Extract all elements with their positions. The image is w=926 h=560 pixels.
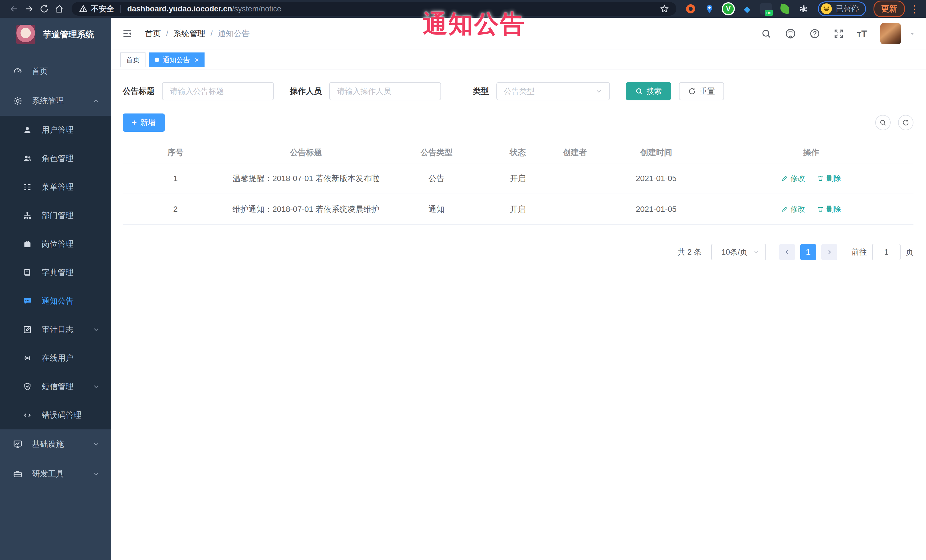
- operator-filter-label: 操作人员: [290, 86, 322, 97]
- extension-gem-icon[interactable]: ◆: [741, 3, 753, 15]
- sidebar-item-home[interactable]: 首页: [0, 56, 111, 86]
- system-submenu: 用户管理 角色管理 菜单管理: [0, 116, 111, 429]
- reload-icon[interactable]: [37, 1, 52, 17]
- sidebar-item-system[interactable]: 系统管理: [0, 86, 111, 116]
- search-icon: [635, 87, 643, 95]
- font-size-icon[interactable]: TT: [857, 28, 867, 39]
- filter-form: 公告标题 操作人员 类型 公告类型 搜索: [123, 82, 914, 100]
- extension-pin-icon[interactable]: [704, 3, 715, 15]
- breadcrumb-separator: /: [166, 29, 168, 38]
- goto-page-input[interactable]: [872, 244, 900, 260]
- back-icon[interactable]: [6, 1, 21, 17]
- sidebar-item-audit-log[interactable]: 审计日志: [0, 315, 111, 344]
- edit-pencil-icon: [781, 175, 788, 182]
- tag-close-icon[interactable]: ×: [195, 56, 199, 63]
- sidebar-item-post-mgmt[interactable]: 岗位管理: [0, 230, 111, 258]
- extension-leaf-icon[interactable]: [779, 3, 790, 15]
- header-search-icon[interactable]: [761, 28, 772, 39]
- browser-update-button[interactable]: 更新: [873, 1, 905, 17]
- home-icon[interactable]: [52, 1, 67, 17]
- delete-link[interactable]: 删除: [817, 204, 841, 214]
- browser-menu-icon[interactable]: ⋮: [909, 3, 920, 15]
- chevron-right-icon: [826, 249, 833, 255]
- sidebar-item-errcode-mgmt[interactable]: 错误码管理: [0, 401, 111, 429]
- sidebar-item-label: 角色管理: [42, 153, 74, 164]
- cell-title: 维护通知：2018-07-01 若依系统凌晨维护: [228, 194, 384, 225]
- org-tree-icon: [21, 211, 34, 220]
- tag-home[interactable]: 首页: [120, 53, 145, 67]
- breadcrumb-home[interactable]: 首页: [145, 28, 161, 39]
- page-size-select[interactable]: 10条/页: [711, 244, 766, 260]
- extension-ring-icon[interactable]: [685, 3, 696, 15]
- page-number-button[interactable]: 1: [800, 244, 816, 260]
- fullscreen-icon[interactable]: [833, 28, 844, 39]
- next-page-button[interactable]: [821, 244, 837, 260]
- not-secure-warning[interactable]: 不安全: [79, 4, 114, 14]
- sidebar-item-label: 用户管理: [42, 125, 74, 136]
- sidebar-item-role-mgmt[interactable]: 角色管理: [0, 144, 111, 173]
- title-filter-input[interactable]: [162, 82, 274, 100]
- breadcrumb-system[interactable]: 系统管理: [174, 28, 206, 39]
- sidebar-item-online-users[interactable]: 在线用户: [0, 344, 111, 372]
- chevron-down-icon: [595, 88, 602, 95]
- page-size-value: 10条/页: [722, 247, 748, 257]
- cell-no: 2: [123, 194, 228, 225]
- avatar-caret-icon[interactable]: [909, 30, 916, 37]
- sidebar-item-sms-mgmt[interactable]: 短信管理: [0, 372, 111, 401]
- extension-on-icon[interactable]: on: [760, 3, 772, 15]
- extension-v-icon[interactable]: V: [723, 3, 734, 15]
- refresh-table-button[interactable]: [898, 115, 914, 130]
- notice-table: 序号 公告标题 公告类型 状态 创建者 创建时间 操作 1 温馨提醒：2018-…: [123, 142, 914, 225]
- sidebar-item-dept-mgmt[interactable]: 部门管理: [0, 201, 111, 230]
- sidebar-item-label: 菜单管理: [42, 182, 74, 192]
- emoji-avatar-icon: [821, 3, 832, 14]
- search-button[interactable]: 搜索: [626, 82, 671, 100]
- table-row[interactable]: 2 维护通知：2018-07-01 若依系统凌晨维护 通知 开启 2021-01…: [123, 194, 914, 225]
- help-icon[interactable]: [809, 28, 820, 39]
- edit-link[interactable]: 修改: [781, 204, 805, 214]
- sidebar-item-dict-mgmt[interactable]: 字典管理: [0, 258, 111, 287]
- bookmark-star-icon[interactable]: [660, 4, 669, 14]
- col-status: 状态: [489, 142, 546, 163]
- address-bar[interactable]: 不安全 dashboard.yudao.iocoder.cn/system/no…: [72, 2, 676, 16]
- sidebar-item-label: 基础设施: [32, 439, 64, 450]
- forward-icon[interactable]: [21, 1, 36, 17]
- sidebar-item-infra[interactable]: 基础设施: [0, 429, 111, 459]
- col-created: 创建时间: [603, 142, 709, 163]
- collapse-sidebar-icon[interactable]: [121, 28, 133, 39]
- sidebar-item-label: 在线用户: [42, 353, 74, 364]
- security-label: 不安全: [91, 4, 114, 14]
- toggle-search-button[interactable]: [875, 115, 891, 130]
- github-icon[interactable]: [785, 28, 796, 39]
- table-header-row: 序号 公告标题 公告类型 状态 创建者 创建时间 操作: [123, 142, 914, 163]
- profile-paused-pill[interactable]: 已暂停: [818, 2, 866, 16]
- user-avatar[interactable]: [881, 23, 901, 44]
- type-select[interactable]: 公告类型: [496, 82, 610, 100]
- tag-notice-active[interactable]: 通知公告 ×: [149, 53, 204, 67]
- table-row[interactable]: 1 温馨提醒：2018-07-01 若依新版本发布啦 公告 开启 2021-01…: [123, 163, 914, 194]
- sidebar-item-label: 研发工具: [32, 468, 64, 479]
- total-count: 共 2 条: [678, 247, 702, 257]
- cell-creator: [546, 194, 603, 225]
- edit-link[interactable]: 修改: [781, 174, 805, 183]
- monitor-chart-icon: [11, 439, 24, 449]
- prev-page-button[interactable]: [779, 244, 795, 260]
- users-icon: [21, 154, 34, 163]
- menu-tree-icon: [21, 183, 34, 192]
- url-host: dashboard.yudao.iocoder.cn: [127, 5, 232, 14]
- sidebar-logo[interactable]: 芋道管理系统: [0, 18, 111, 51]
- sidebar-item-devtools[interactable]: 研发工具: [0, 459, 111, 489]
- sidebar-item-label: 系统管理: [32, 95, 64, 106]
- sidebar-item-user-mgmt[interactable]: 用户管理: [0, 116, 111, 144]
- code-icon: [21, 411, 34, 420]
- delete-link[interactable]: 删除: [817, 174, 841, 183]
- extensions-puzzle-icon[interactable]: [798, 3, 809, 15]
- sidebar-item-menu-mgmt[interactable]: 菜单管理: [0, 173, 111, 201]
- warning-icon: [79, 5, 88, 13]
- sidebar-item-notice[interactable]: 通知公告: [0, 287, 111, 315]
- operator-filter-input[interactable]: [329, 82, 441, 100]
- gear-icon: [11, 96, 24, 106]
- cell-no: 1: [123, 163, 228, 194]
- add-button[interactable]: + 新增: [123, 113, 165, 132]
- reset-button[interactable]: 重置: [679, 82, 724, 100]
